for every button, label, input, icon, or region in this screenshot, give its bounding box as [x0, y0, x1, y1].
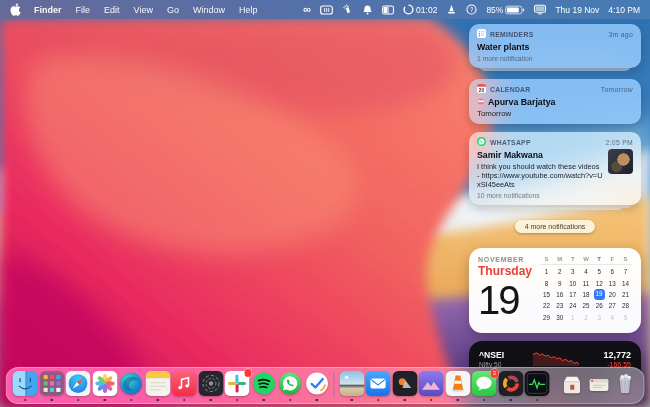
calendar-day-cell[interactable]: 11 — [579, 280, 592, 287]
menu-finder[interactable]: Finder — [27, 5, 69, 15]
dock-mail-icon[interactable] — [366, 371, 391, 397]
menu-go[interactable]: Go — [160, 5, 186, 15]
dock-vlc-icon[interactable] — [445, 371, 470, 397]
split-glyph — [382, 5, 394, 15]
menu-edit[interactable]: Edit — [97, 5, 127, 15]
notification-whatsapp[interactable]: WHATSAPP 2:05 PM Samir Makwana I think y… — [469, 132, 641, 205]
help-icon[interactable]: ? — [466, 4, 477, 15]
calendar-day-cell[interactable]: 18 — [579, 291, 592, 298]
calendar-day-cell[interactable]: 23 — [553, 302, 566, 309]
dock-launchpad-icon[interactable] — [39, 371, 64, 397]
menu-window[interactable]: Window — [186, 5, 232, 15]
dock-slack-icon[interactable] — [225, 371, 250, 397]
battery-indicator[interactable]: 85% — [486, 5, 525, 15]
running-indicator — [236, 399, 239, 402]
dock-messages-icon[interactable]: 3 — [472, 371, 497, 397]
infinity-glyph: ∞ — [303, 4, 311, 15]
calendar-day-cell[interactable]: 1 — [566, 314, 579, 321]
calendar-day-cell[interactable]: 4 — [579, 268, 592, 275]
calendar-day-cell[interactable]: 8 — [540, 280, 553, 287]
display-icon[interactable] — [534, 4, 546, 15]
cleaner-spray-icon[interactable] — [342, 4, 353, 15]
dock-activity-icon[interactable] — [525, 371, 550, 397]
calendar-day-cell[interactable]: 3 — [593, 314, 606, 321]
infinity-icon[interactable]: ∞ — [303, 4, 311, 15]
dock-spotify-icon[interactable] — [251, 371, 276, 397]
whatsapp-more[interactable]: 10 more notifications — [477, 192, 603, 199]
menu-view[interactable]: View — [127, 5, 160, 15]
menubar-time[interactable]: 4:10 PM — [608, 5, 640, 15]
calendar-day-cell[interactable]: 10 — [566, 280, 579, 287]
dock-preview-icon[interactable] — [339, 371, 364, 397]
dock-sysprefs-icon[interactable] — [198, 371, 223, 397]
dock: 3 — [6, 367, 645, 404]
timer-indicator[interactable]: 01:02 — [403, 4, 437, 15]
calendar-day-cell[interactable]: 5 — [593, 268, 606, 275]
dock-capture-icon[interactable] — [392, 371, 417, 397]
menu-help[interactable]: Help — [232, 5, 265, 15]
calendar-day-cell[interactable]: 29 — [540, 314, 553, 321]
dock-downloads-icon[interactable] — [560, 371, 585, 397]
dock-safari-icon[interactable] — [66, 371, 91, 397]
calendar-day-cell[interactable]: 17 — [566, 291, 579, 298]
calendar-day-cell[interactable]: 27 — [606, 302, 619, 309]
dock-notes-icon[interactable] — [145, 371, 170, 397]
running-indicator — [377, 399, 380, 402]
calendar-day-cell[interactable]: 9 — [553, 280, 566, 287]
calendar-day-cell[interactable]: 21 — [619, 291, 632, 298]
calendar-day-cell[interactable]: 6 — [606, 268, 619, 275]
calendar-day-cell[interactable]: 20 — [606, 291, 619, 298]
dock-separator — [554, 372, 555, 397]
calendar-day-cell[interactable]: 26 — [593, 302, 606, 309]
dock-photos-icon[interactable] — [92, 371, 117, 397]
calendar-day-cell[interactable]: 19 — [593, 289, 606, 300]
dock-ticktick-icon[interactable] — [304, 371, 329, 397]
dock-trash-icon[interactable] — [613, 371, 638, 397]
notification-bell-icon[interactable] — [362, 4, 373, 15]
calendar-day-cell[interactable]: 13 — [606, 280, 619, 287]
dock-documents-icon[interactable] — [586, 371, 611, 397]
whatsapp-app-name: WHATSAPP — [490, 139, 531, 146]
dock-edge-icon[interactable] — [119, 371, 144, 397]
calendar-widget[interactable]: NOVEMBER Thursday 19 SMTWTFS 12345678910… — [469, 248, 641, 333]
window-switcher-icon[interactable] — [320, 5, 333, 15]
calendar-day-cell[interactable]: 14 — [619, 280, 632, 287]
calendar-day-cell[interactable]: 1 — [540, 268, 553, 275]
calendar-day-cell[interactable]: 25 — [579, 302, 592, 309]
menubar-date[interactable]: Thu 19 Nov — [555, 5, 599, 15]
dock-daisydisk-icon[interactable] — [498, 371, 523, 397]
calendar-day-cell[interactable]: 2 — [579, 314, 592, 321]
notification-reminders[interactable]: REMINDERS 3m ago Water plants 1 more not… — [469, 24, 641, 68]
more-notifications-pill[interactable]: 4 more notifications — [515, 220, 596, 233]
upload-cone-icon[interactable] — [446, 4, 457, 15]
split-view-icon[interactable] — [382, 5, 394, 15]
apple-menu-icon[interactable] — [10, 3, 21, 16]
status-text: 85% — [486, 5, 503, 15]
running-indicator — [262, 399, 265, 402]
calendar-day-cell[interactable]: 2 — [553, 268, 566, 275]
calendar-day-cell[interactable]: 22 — [540, 302, 553, 309]
calendar-event-title: Apurva Barjatya — [477, 97, 633, 107]
dock-finder-icon[interactable] — [13, 371, 38, 397]
calendar-day-cell[interactable]: 16 — [553, 291, 566, 298]
dock-whatsapp-icon[interactable] — [278, 371, 303, 397]
calendar-day-cell[interactable]: 7 — [619, 268, 632, 275]
stock-prices: 12,772-166.55 — [585, 350, 631, 368]
calendar-day-cell[interactable]: 28 — [619, 302, 632, 309]
calendar-day-cell[interactable]: 4 — [606, 314, 619, 321]
running-indicator — [50, 399, 53, 402]
reminders-more[interactable]: 1 more notification — [477, 55, 633, 62]
calendar-day-cell[interactable]: 3 — [566, 268, 579, 275]
dock-music-icon[interactable] — [172, 371, 197, 397]
day-header-4: T — [593, 256, 606, 262]
notification-calendar[interactable]: 20 CALENDAR Tomorrow Apurva Barjatya Tom… — [469, 79, 641, 124]
birthday-cake-icon — [477, 97, 485, 107]
calendar-day-cell[interactable]: 15 — [540, 291, 553, 298]
dock-graphics-icon[interactable] — [419, 371, 444, 397]
menu-file[interactable]: File — [69, 5, 98, 15]
calendar-day-cell[interactable]: 12 — [593, 280, 606, 287]
whatsapp-sender: Samir Makwana — [477, 150, 603, 160]
calendar-day-cell[interactable]: 30 — [553, 314, 566, 321]
calendar-day-cell[interactable]: 5 — [619, 314, 632, 321]
calendar-day-cell[interactable]: 24 — [566, 302, 579, 309]
